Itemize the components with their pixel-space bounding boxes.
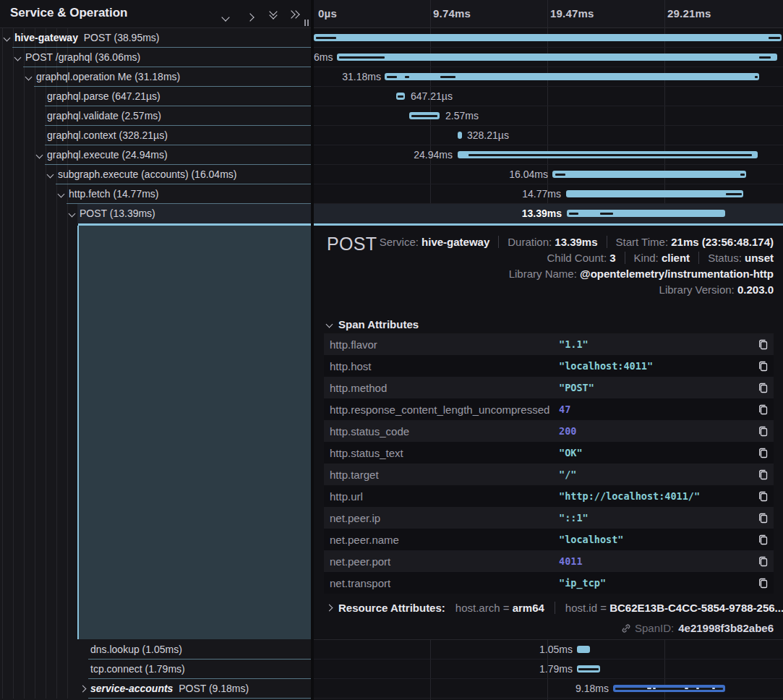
span-duration-bar[interactable] <box>567 210 725 217</box>
copy-icon[interactable] <box>752 404 774 415</box>
child-span-marker <box>569 213 578 215</box>
attribute-value: "1.1" <box>559 338 752 350</box>
panel-divider[interactable] <box>311 0 314 700</box>
child-span-marker <box>405 76 409 78</box>
span-row[interactable]: tcp.connect (1.79ms) <box>0 660 783 679</box>
attribute-value: "OK" <box>559 447 752 458</box>
span-row[interactable]: graphql.validate (2.57ms) <box>0 106 783 126</box>
copy-icon[interactable] <box>752 360 774 372</box>
attribute-key: http.status_text <box>324 447 559 459</box>
child-span-marker <box>600 213 613 215</box>
row-border-timeline <box>314 698 783 699</box>
span-row-label: http.fetch (14.77ms) <box>69 188 159 200</box>
bar-duration-label: 14.77ms <box>522 188 561 200</box>
copy-icon[interactable] <box>752 425 774 437</box>
bar-duration-label: 24.94ms <box>414 149 453 161</box>
ruler-tick-label: 0µs <box>318 7 337 20</box>
overview-line: Child Count: 3Kind: clientStatus: unset <box>547 252 774 268</box>
copy-icon[interactable] <box>752 469 774 480</box>
span-duration-bar[interactable] <box>314 34 782 41</box>
attribute-value: "POST" <box>559 382 752 393</box>
attribute-row: http.host"localhost:4011" <box>324 355 774 377</box>
span-duration-bar[interactable] <box>552 171 746 178</box>
child-span-marker <box>712 688 715 689</box>
collapse-one-level-icon[interactable] <box>223 10 234 19</box>
span-row[interactable]: dns.lookup (1.05ms) <box>0 640 783 660</box>
attribute-key: net.peer.ip <box>324 512 559 524</box>
timeline-ruler <box>314 0 783 28</box>
attribute-value: "localhost" <box>559 534 752 545</box>
bar-duration-label: 16.04ms <box>509 168 548 180</box>
copy-icon[interactable] <box>752 338 774 350</box>
attribute-row: http.method"POST" <box>324 377 774 398</box>
copy-icon[interactable] <box>752 555 774 567</box>
span-row-label: graphql.execute (24.94ms) <box>47 149 168 161</box>
bar-duration-label: 13.39ms <box>522 208 562 219</box>
chevron-right-icon <box>326 605 333 612</box>
resource-attribute: host.id = BC62E13B-C4CC-5854-9788-256... <box>555 602 783 614</box>
span-row-label: dns.lookup (1.05ms) <box>90 644 182 655</box>
overview-field: Status: unset <box>698 252 774 264</box>
attribute-row: http.flavor"1.1" <box>324 333 774 355</box>
attribute-key: http.method <box>324 382 559 394</box>
child-span-marker <box>726 193 742 195</box>
child-span-marker <box>759 56 771 59</box>
attribute-value: "http://localhost:4011/" <box>559 490 752 502</box>
child-span-marker <box>555 174 565 176</box>
span-row[interactable]: graphql.parse (647.21µs) <box>0 87 783 106</box>
span-duration-bar[interactable] <box>337 54 777 61</box>
overview-line: Library Version: 0.203.0 <box>659 283 774 299</box>
panel-resizer-handle[interactable] <box>303 20 310 27</box>
child-span-marker <box>653 688 656 689</box>
chevron-down-icon[interactable] <box>69 210 76 218</box>
expand-one-level-icon[interactable] <box>247 10 259 19</box>
bar-duration-label: 2.57ms <box>445 110 479 121</box>
chevron-down-icon <box>326 321 333 328</box>
copy-icon[interactable] <box>752 512 774 524</box>
overview-line: Library Name: @opentelemetry/instrumenta… <box>509 268 774 283</box>
span-detail-panel: POST Service: hive-gatewayDuration: 13.3… <box>314 226 783 640</box>
span-duration-bar[interactable] <box>458 132 462 139</box>
child-span-marker <box>398 95 403 98</box>
span-attributes-toggle[interactable]: Span Attributes <box>327 318 419 330</box>
attribute-key: http.flavor <box>324 338 559 351</box>
copy-icon[interactable] <box>752 382 774 393</box>
ruler-tick-label: 9.74ms <box>433 7 471 20</box>
bar-duration-label: 6ms <box>314 51 333 63</box>
span-id-value: 4e21998f3b82abe6 <box>678 622 774 634</box>
attribute-key: http.url <box>324 490 559 503</box>
attribute-value: "/" <box>559 469 752 480</box>
chevron-down-icon[interactable] <box>47 171 54 179</box>
span-row[interactable]: graphql.context (328.21µs) <box>0 126 783 145</box>
attribute-key: http.status_code <box>324 425 559 438</box>
span-duration-bar[interactable] <box>577 646 590 653</box>
copy-icon[interactable] <box>752 577 774 589</box>
child-span-marker <box>468 154 752 156</box>
chevron-down-icon[interactable] <box>25 74 33 81</box>
collapse-all-icon[interactable] <box>268 10 280 19</box>
child-span-marker <box>769 37 780 39</box>
ruler-tick-label: 19.47ms <box>550 7 594 20</box>
chevron-down-icon[interactable] <box>58 191 65 198</box>
expand-all-icon[interactable] <box>288 10 300 19</box>
child-span-marker <box>696 688 699 689</box>
span-duration-bar[interactable] <box>566 190 743 197</box>
resource-attributes-row[interactable]: Resource Attributes:host.arch = arm64hos… <box>327 602 783 614</box>
selected-span-left-region <box>77 226 312 639</box>
copy-icon[interactable] <box>752 447 774 458</box>
span-row-label: service-accounts POST (9.18ms) <box>90 683 249 694</box>
bar-duration-label: 328.21µs <box>467 129 509 141</box>
attribute-value: 47 <box>559 404 752 415</box>
chevron-down-icon[interactable] <box>4 35 11 42</box>
chevron-down-icon[interactable] <box>14 54 22 61</box>
span-row-label: subgraph.execute (accounts) (16.04ms) <box>58 168 236 180</box>
service-name: hive-gateway <box>14 32 78 43</box>
copy-icon[interactable] <box>752 490 774 502</box>
resource-attribute: host.arch = arm64 <box>455 602 544 614</box>
link-icon[interactable] <box>621 623 631 633</box>
copy-icon[interactable] <box>752 534 774 545</box>
chevron-down-icon[interactable] <box>36 152 43 159</box>
chevron-right-icon[interactable] <box>80 686 87 693</box>
attribute-key: net.peer.port <box>324 555 559 568</box>
attribute-key: net.peer.name <box>324 534 559 546</box>
